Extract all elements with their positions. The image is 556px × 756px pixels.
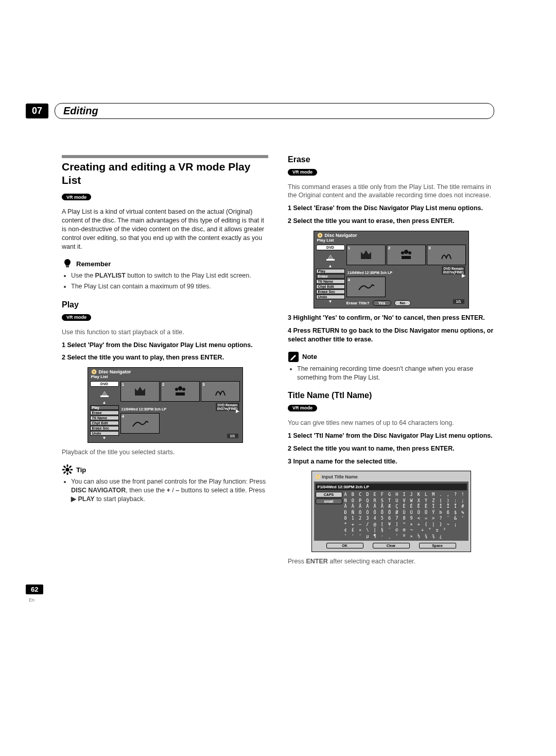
note-list: The remaining recording time doesn't cha… xyxy=(288,365,494,382)
vr-mode-badge: VR mode xyxy=(288,169,317,176)
nav-title: Disc Navigator xyxy=(325,233,357,238)
nav-menu-erase[interactable]: Erase xyxy=(316,274,345,279)
nav-confirm-no[interactable]: No xyxy=(394,300,411,306)
section-rule xyxy=(62,155,268,158)
nav-menu-play[interactable]: Play xyxy=(90,405,119,410)
input-field[interactable]: F1/04Wed 12:30PM 2ch LP xyxy=(316,484,467,490)
nav-thumb-3[interactable]: 3 xyxy=(427,245,466,265)
input-icon: 📀 xyxy=(315,474,322,479)
remember-item-2: The Play List can contain a maximum of 9… xyxy=(71,282,268,291)
play-after-text: Playback of the title you selected start… xyxy=(62,448,268,457)
input-title-name-figure: 📀 Input Title Name F1/04Wed 12:30PM 2ch … xyxy=(311,471,471,552)
tip-list: You can also use the front panel control… xyxy=(62,477,268,504)
nav-page-indicator: 1/1 xyxy=(227,434,238,438)
erase-step-3: 3 Highlight 'Yes' to confirm, or 'No' to… xyxy=(288,314,494,322)
note-pencil-icon xyxy=(288,351,299,363)
remember-list: Use the PLAYLIST button to switch to the… xyxy=(62,271,268,291)
input-clear-button[interactable]: Clear xyxy=(373,543,410,548)
remember-label: Remember xyxy=(76,260,111,268)
disc-navigator-erase-figure: 📀Disc Navigator Play List DVD ▲ Play Era… xyxy=(314,231,469,308)
nav-subtitle: Play List xyxy=(314,238,468,244)
ttlname-step-1: 1 Select 'Ttl Name' from the Disc Naviga… xyxy=(288,432,494,440)
input-small-button[interactable]: small xyxy=(316,499,342,504)
erase-step-2: 2 Select the title you want to erase, th… xyxy=(288,217,494,226)
nav-menu-play[interactable]: Play xyxy=(316,269,345,273)
nav-confirm-question: Erase Title? xyxy=(346,301,370,305)
nav-menu-chptedit[interactable]: Chpt Edit xyxy=(90,421,119,425)
nav-thumb-4[interactable]: 4 xyxy=(346,277,386,297)
nav-up-arrow-icon: ▲ xyxy=(90,401,119,405)
ttlname-step-2: 2 Select the title you want to name, the… xyxy=(288,444,494,453)
svg-point-5 xyxy=(65,468,69,471)
nav-subtitle: Play List xyxy=(88,374,242,380)
chapter-number-badge: 07 xyxy=(26,104,48,118)
nav-menu-undo[interactable]: Undo xyxy=(316,295,345,299)
nav-confirm-yes[interactable]: Yes xyxy=(373,300,391,306)
nav-thumb-4[interactable]: 4 xyxy=(120,413,160,434)
remember-item-1: Use the PLAYLIST button to switch to the… xyxy=(71,271,268,280)
nav-menu-undo[interactable]: Undo xyxy=(90,431,119,436)
nav-spindle-icon xyxy=(90,389,119,399)
nav-thumb-1[interactable]: 1 xyxy=(120,381,160,402)
svg-rect-14 xyxy=(326,259,335,261)
nav-menu-ttlname[interactable]: Ttl Name xyxy=(316,279,345,284)
nav-menu-ttlname[interactable]: Ttl Name xyxy=(90,416,119,420)
nav-thumb-2[interactable]: 2 xyxy=(387,245,426,265)
nav-down-arrow-icon: ▼ xyxy=(90,436,119,440)
remember-callout: Remember xyxy=(62,258,268,269)
nav-down-arrow-icon: ▼ xyxy=(316,300,345,304)
nav-menu-erasesec[interactable]: Erase Sec xyxy=(316,289,345,294)
nav-up-arrow-icon: ▲ xyxy=(316,264,345,268)
erase-step-1: 1 Select 'Erase' from the Disc Navigator… xyxy=(288,204,494,213)
left-column: Creating and editing a VR mode Play List… xyxy=(62,155,268,569)
nav-status-text: 11/04Wed 12:30PM 2ch LP xyxy=(348,271,392,274)
input-caps-button[interactable]: CAPS xyxy=(316,492,342,497)
nav-thumb-2[interactable]: 2 xyxy=(161,381,200,402)
intro-paragraph: A Play List is a kind of virtual content… xyxy=(62,208,268,251)
erase-intro: This command erases a title only from th… xyxy=(288,183,494,200)
vr-mode-badge: VR mode xyxy=(62,314,91,321)
svg-line-12 xyxy=(64,472,66,474)
tip-label: Tip xyxy=(76,466,86,474)
svg-line-11 xyxy=(70,472,72,474)
nav-icon: 📀 xyxy=(317,233,323,238)
page-number: 62 xyxy=(26,585,43,594)
ttlname-step-3: 3 Input a name for the selected title. xyxy=(288,457,494,466)
nav-spindle-icon xyxy=(316,252,345,263)
ttlname-intro: You can give titles new names of up to 6… xyxy=(288,419,494,427)
play-step-1: 1 Select 'Play' from the Disc Navigator … xyxy=(62,341,268,350)
nav-menu-erasesec[interactable]: Erase Sec xyxy=(90,426,119,431)
nav-sidebar: DVD ▲ Play Erase Ttl Name Chpt Edit Eras… xyxy=(316,245,345,306)
svg-rect-4 xyxy=(176,392,185,396)
vr-mode-badge: VR mode xyxy=(62,194,91,200)
svg-point-3 xyxy=(182,388,185,391)
chapter-title: Editing xyxy=(55,103,494,119)
erase-step-4: 4 Press RETURN to go back to the Disc Na… xyxy=(288,327,494,344)
svg-point-16 xyxy=(404,250,408,254)
nav-menu-chptedit[interactable]: Chpt Edit xyxy=(316,284,345,289)
svg-point-2 xyxy=(178,386,182,390)
input-title: Input Title Name xyxy=(322,474,358,479)
ttlname-after: Press ENTER after selecting each charact… xyxy=(288,557,494,566)
disc-navigator-play-figure: 📀Disc Navigator Play List DVD ▲ Play Era… xyxy=(88,367,243,443)
nav-thumb-1[interactable]: 1 xyxy=(346,245,386,265)
nav-menu-erase[interactable]: Erase xyxy=(90,410,119,415)
svg-line-13 xyxy=(70,466,72,468)
nav-confirm-row: Erase Title? Yes No xyxy=(346,300,466,306)
input-ok-button[interactable]: OK xyxy=(326,543,363,548)
nav-page-indicator: 1/1 xyxy=(453,299,464,304)
tip-item-1: You can also use the front panel control… xyxy=(71,477,268,504)
nav-right-arrow-icon: ▶ xyxy=(462,273,465,278)
input-char-grid[interactable]: A B C D E F G H I J K L M . , ? ! N O P … xyxy=(344,492,467,539)
nav-sidebar: DVD ▲ Play Erase Ttl Name Chpt Edit Eras… xyxy=(90,381,119,440)
vr-mode-badge: VR mode xyxy=(288,405,317,411)
remember-icon xyxy=(62,258,73,269)
svg-point-15 xyxy=(401,251,404,254)
svg-rect-0 xyxy=(100,396,109,397)
svg-point-17 xyxy=(408,251,411,254)
input-space-button[interactable]: Space xyxy=(419,543,456,548)
play-heading: Play xyxy=(62,300,268,310)
nav-thumb-3[interactable]: 3 xyxy=(201,381,240,402)
nav-right-arrow-icon: ▶ xyxy=(236,408,239,414)
ttlname-heading: Title Name (Ttl Name) xyxy=(288,391,494,400)
